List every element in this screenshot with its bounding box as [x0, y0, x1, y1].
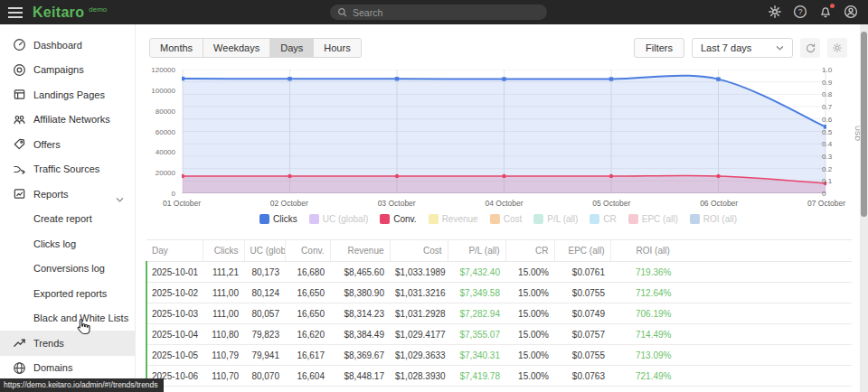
table-cell: $7,340.31 [448, 345, 505, 366]
refresh-button[interactable] [800, 38, 820, 58]
search-bar[interactable] [330, 5, 547, 20]
sidebar-item-reports[interactable]: Reports [0, 182, 135, 207]
legend-item-epc-all[interactable]: EPC (all) [628, 214, 678, 224]
tab-months[interactable]: Months [150, 39, 203, 57]
column-header-uc-global[interactable]: UC (global) [244, 240, 285, 262]
sidebar-item-dashboard[interactable]: Dashboard [0, 33, 135, 58]
legend-swatch [259, 214, 269, 224]
column-header-cost[interactable]: Cost [390, 240, 448, 262]
table-cell: $0.0755 [554, 345, 610, 366]
table-cell: 110,79 [203, 345, 244, 366]
chart-settings-button[interactable] [827, 38, 847, 58]
column-header-revenue[interactable]: Revenue [330, 240, 390, 262]
tab-days[interactable]: Days [270, 39, 314, 57]
column-header-epc-all[interactable]: EPC (all) [554, 240, 610, 262]
column-header-day[interactable]: Day [146, 240, 203, 262]
search-input[interactable] [353, 7, 540, 18]
column-header-cr[interactable]: CR [505, 240, 554, 262]
landing-page-icon [12, 88, 26, 102]
table-cell: $4,312.92 [448, 387, 505, 392]
table-cell: 80,173 [244, 262, 285, 283]
column-header-clicks[interactable]: Clicks [203, 240, 244, 262]
table-cell: 16,620 [285, 324, 330, 345]
main-content: Months Weekdays Days Hours Filters Last … [137, 24, 860, 392]
column-header-p-l-all[interactable]: P/L (all) [448, 240, 505, 262]
legend-label: ROI (all) [703, 214, 737, 224]
table-cell: $8,369.67 [330, 345, 390, 366]
sidebar-item-create-report[interactable]: Create report [0, 207, 135, 232]
axis-tick-label: 0 [172, 190, 175, 198]
table-cell: 9,677 [285, 387, 330, 392]
table-cell: $599.4120 [390, 387, 448, 392]
x-axis-tick-label: 05 October [592, 199, 630, 208]
table-cell: 16,604 [285, 366, 330, 387]
sidebar-item-trends[interactable]: Trends [0, 331, 135, 356]
sidebar-item-exported-reports[interactable]: Exported reports [0, 281, 135, 306]
legend-item-clicks[interactable]: Clicks [259, 214, 297, 224]
notifications-bell-icon[interactable] [818, 5, 834, 20]
sidebar-item-black-white-lists[interactable]: Black and White Lists [0, 306, 135, 331]
table-cell: 16,650 [285, 303, 330, 324]
table-row: 2025-10-05110,7979,94116,617$8,369.67$1,… [146, 345, 852, 366]
campaigns-icon [12, 62, 26, 77]
x-axis-labels: 01 October02 October03 October04 October… [182, 199, 826, 210]
table-cell: 46,616 [244, 387, 285, 392]
x-axis-tick-label: 01 October [163, 199, 201, 208]
domains-globe-icon [12, 360, 26, 375]
column-header-roi-all[interactable]: ROI (all) [610, 240, 852, 262]
table-cell: 80,070 [244, 366, 285, 387]
help-icon[interactable]: ? [793, 5, 808, 20]
vertical-scrollbar[interactable] [860, 24, 868, 392]
table-cell: 2025-10-05 [146, 345, 203, 366]
table-cell: 16,650 [285, 283, 330, 303]
sidebar-item-clicks-log[interactable]: Clicks log [0, 231, 135, 257]
axis-tick-label: 0.4 [822, 140, 832, 148]
table-cell: 15.00% [505, 345, 554, 366]
table-cell: $8,380.90 [330, 283, 390, 303]
date-range-select[interactable]: Last 7 days [692, 38, 793, 58]
tab-hours[interactable]: Hours [314, 39, 360, 57]
legend-item-p-l-all[interactable]: P/L (all) [533, 214, 578, 224]
table-cell: 706.19% [610, 303, 852, 324]
sidebar-item-landings-pages[interactable]: Landings Pages [0, 82, 135, 107]
legend-item-revenue[interactable]: Revenue [429, 214, 478, 224]
table-cell: $8,314.23 [330, 303, 390, 324]
table-cell: 721.49% [610, 366, 852, 387]
hamburger-menu-icon[interactable] [0, 0, 31, 24]
settings-gear-icon[interactable] [768, 5, 783, 20]
legend-swatch [628, 214, 638, 224]
legend-item-roi-all[interactable]: ROI (all) [690, 214, 737, 224]
column-header-conv[interactable]: Conv. [285, 240, 330, 262]
legend-swatch [380, 214, 390, 224]
table-row: 2025-10-04110,8079,82316,620$8,384.49$1,… [146, 324, 852, 345]
axis-tick-label: 0.5 [822, 127, 832, 135]
filters-button[interactable]: Filters [634, 38, 684, 58]
sidebar-item-campaigns[interactable]: Campaigns [0, 58, 135, 83]
brand-logo[interactable]: Keitaro [33, 5, 84, 21]
sidebar-item-traffic-sources[interactable]: Traffic Sources [0, 157, 135, 182]
legend-label: Cost [504, 214, 523, 224]
legend-item-uc-global[interactable]: UC (global) [309, 214, 369, 224]
table-cell: 712.64% [610, 283, 852, 303]
period-tabs: Months Weekdays Days Hours [149, 38, 362, 58]
legend-item-cost[interactable]: Cost [490, 214, 523, 224]
tab-weekdays[interactable]: Weekdays [203, 39, 270, 57]
table-cell: 79,941 [244, 345, 285, 366]
legend-swatch [590, 214, 599, 224]
sidebar-item-domains[interactable]: Domains [0, 356, 135, 381]
legend-label: Clicks [273, 214, 297, 224]
chart-legend: ClicksUC (global)Conv.RevenueCostP/L (al… [137, 214, 860, 224]
scrollbar-thumb[interactable] [861, 32, 867, 217]
legend-item-conv[interactable]: Conv. [380, 214, 416, 224]
legend-item-cr[interactable]: CR [590, 214, 616, 224]
sidebar: Dashboard Campaigns Landings Pages Affil… [0, 24, 136, 392]
sidebar-item-conversions-log[interactable]: Conversions log [0, 257, 135, 282]
table-row: 2025-10-02111,0080,12416,650$8,380.90$1,… [146, 283, 852, 303]
table-cell: 2025-10-04 [146, 324, 203, 345]
profile-avatar-icon[interactable] [844, 5, 859, 20]
x-axis-tick-label: 04 October [485, 199, 523, 208]
table-cell: 80,124 [244, 283, 285, 303]
legend-label: EPC (all) [642, 214, 678, 224]
sidebar-item-offers[interactable]: Offers [0, 132, 135, 157]
sidebar-item-affiliate-networks[interactable]: Affiliate Networks [0, 107, 135, 133]
